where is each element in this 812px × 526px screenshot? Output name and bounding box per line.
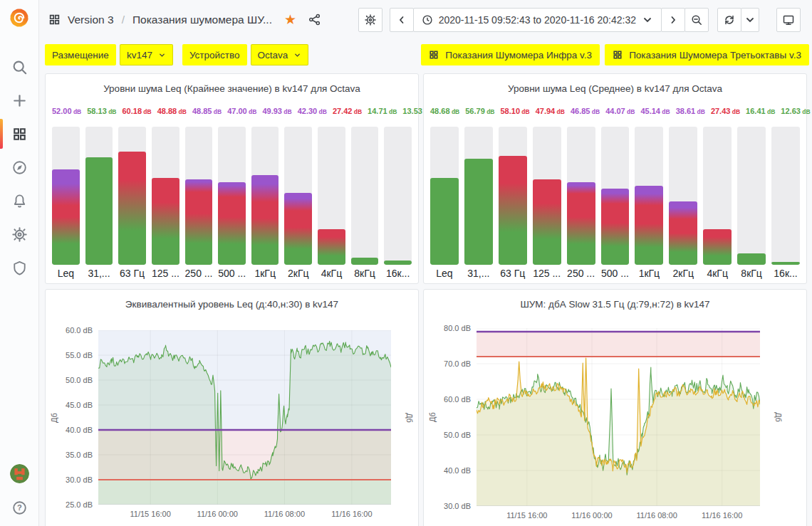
dashboard-link-infra[interactable]: Показания Шумомера Инфра v.3 bbox=[421, 44, 600, 65]
timeseries-chart: 60.0 dB55.0 dB50.0 dB45.0 dB40.0 dB35.0 … bbox=[46, 290, 418, 526]
variable-placement: Размещение kv147 bbox=[45, 44, 173, 65]
bar-value-unit: dB bbox=[317, 108, 327, 115]
panel-title[interactable]: Уровни шума Leq (Среднее) в kv147 для Oc… bbox=[424, 74, 806, 94]
bar-value: 46.85 dB bbox=[571, 107, 600, 115]
variable-value-text: kv147 bbox=[127, 50, 152, 61]
server-admin-shield-icon[interactable] bbox=[11, 260, 27, 275]
x-tick-label: 11/16 16:00 bbox=[690, 511, 754, 520]
y-tick-label: 40.0 dB bbox=[424, 465, 471, 475]
panel-title[interactable]: Уровни шума Leq (Крайнее значение) в kv1… bbox=[46, 74, 418, 94]
bar-value-unit: dB bbox=[352, 108, 362, 115]
bar-value-unit: dB bbox=[555, 108, 565, 115]
y-tick-label: 60.0 dB bbox=[46, 325, 93, 335]
help-icon[interactable]: ? bbox=[11, 500, 27, 515]
kiosk-mode-button[interactable] bbox=[776, 8, 801, 32]
bar-gauge-track bbox=[52, 127, 80, 265]
bar-value-unit: dB bbox=[212, 108, 222, 115]
bar-value-unit: dB bbox=[247, 108, 257, 115]
bar-value-unit: dB bbox=[387, 108, 397, 115]
bar-label: Leq bbox=[430, 268, 459, 279]
dashboards-icon[interactable] bbox=[11, 126, 27, 142]
bar-gauge-fill bbox=[771, 262, 800, 265]
bar-value-unit: dB bbox=[766, 108, 776, 115]
bar-gauge-track bbox=[351, 127, 379, 265]
y-tick-label: 25.0 dB bbox=[46, 500, 93, 510]
bar-value: 47.94 dB bbox=[536, 107, 565, 115]
variable-value-dropdown[interactable]: kv147 bbox=[120, 44, 173, 65]
bar-value-unit: dB bbox=[177, 108, 187, 115]
x-tick-label: 11/16 16:00 bbox=[320, 510, 384, 518]
explore-compass-icon[interactable] bbox=[11, 159, 27, 175]
bar-label: 63 Гц bbox=[499, 268, 527, 279]
share-icon[interactable] bbox=[308, 14, 321, 26]
x-tick-label: 11/15 16:00 bbox=[118, 510, 182, 518]
bar-value: 49.93 dB bbox=[262, 107, 291, 115]
alerting-bell-icon[interactable] bbox=[11, 193, 27, 209]
y-axis-label-left: Дб bbox=[50, 413, 58, 423]
breadcrumb-folder[interactable]: Version 3 bbox=[68, 14, 114, 26]
bar-value-unit: dB bbox=[72, 108, 82, 115]
time-shift-forward-button[interactable] bbox=[661, 8, 685, 32]
y-tick-label: 35.0 dB bbox=[46, 450, 93, 460]
y-tick-label: 50.0 dB bbox=[424, 430, 471, 440]
dashboard-title[interactable]: Показания шумомера ШУ... bbox=[132, 14, 272, 26]
panel-timeseries-leq: Эквивалентный уровень Leq (д:40,н:30) в … bbox=[45, 289, 419, 526]
y-tick-label: 70.0 dB bbox=[424, 359, 471, 369]
bar-labels-row: Leq31,...63 Гц125 ...250 ...500 ...1кГц2… bbox=[430, 268, 800, 279]
user-avatar[interactable] bbox=[10, 464, 29, 483]
bar-values-row: 48.68 dB56.79 dB58.10 dB47.94 dB46.85 dB… bbox=[430, 107, 800, 115]
timeseries-chart: 80.0 dB70.0 dB60.0 dB50.0 dB40.0 dB30.0 … bbox=[424, 290, 806, 526]
timeseries-plot[interactable] bbox=[477, 328, 760, 506]
bar-gauge-fill bbox=[85, 157, 113, 265]
bar-value: 44.07 dB bbox=[605, 107, 635, 115]
dashboard-grid-icon bbox=[613, 50, 623, 60]
bar-gauge-track bbox=[118, 127, 146, 265]
y-axis-label-right: Дб bbox=[405, 413, 414, 423]
bar-gauge-track bbox=[533, 127, 561, 265]
bar-gauges-row bbox=[430, 127, 800, 265]
bar-gauge-fill bbox=[635, 186, 663, 265]
bar-value: 56.79 dB bbox=[465, 107, 494, 115]
y-tick-label: 30.0 dB bbox=[46, 475, 93, 485]
bar-value: 48.85 dB bbox=[192, 107, 222, 115]
dashboard-settings-button[interactable] bbox=[358, 8, 382, 32]
bar-label: 63 Гц bbox=[118, 268, 146, 279]
zoom-out-button[interactable] bbox=[685, 8, 709, 32]
variable-device: Устройство Octava bbox=[182, 44, 308, 65]
dashboard-submenu: Размещение kv147 Устройство Octava Показ… bbox=[39, 41, 812, 69]
search-icon[interactable] bbox=[11, 59, 27, 75]
y-axis-label-left: Дб bbox=[428, 412, 437, 422]
bar-label: 250 ... bbox=[185, 268, 213, 279]
time-range-picker[interactable]: 2020-11-15 09:52:43 to 2020-11-16 20:42:… bbox=[413, 8, 662, 32]
bar-value-unit: dB bbox=[282, 108, 292, 115]
dashboard-link-label: Показания Шумомера Инфра v.3 bbox=[445, 50, 592, 61]
bar-gauge-track bbox=[284, 127, 312, 265]
bar-label: 31,... bbox=[464, 268, 493, 279]
add-icon[interactable] bbox=[11, 93, 27, 108]
configuration-gear-icon[interactable] bbox=[11, 226, 27, 242]
y-tick-label: 50.0 dB bbox=[46, 375, 93, 385]
bar-label: 8кГц bbox=[737, 268, 766, 279]
variable-value-dropdown[interactable]: Octava bbox=[251, 44, 309, 65]
bar-value: 27.42 dB bbox=[333, 107, 362, 115]
bar-gauge-fill bbox=[703, 229, 732, 265]
x-tick-label: 11/16 08:00 bbox=[625, 511, 689, 520]
bar-gauge-fill bbox=[499, 156, 527, 265]
dashboard-link-tretoktavy[interactable]: Показания Шумомера Третьоктавы v.3 bbox=[605, 44, 809, 65]
time-shift-back-button[interactable] bbox=[390, 8, 414, 32]
chevron-down-icon bbox=[158, 51, 166, 59]
bar-value: 45.14 dB bbox=[640, 107, 670, 115]
bar-gauge-fill bbox=[318, 229, 345, 265]
refresh-interval-dropdown[interactable] bbox=[741, 8, 759, 32]
star-icon[interactable]: ★ bbox=[284, 13, 296, 26]
sidebar: ? bbox=[0, 0, 39, 526]
y-tick-label: 40.0 dB bbox=[46, 425, 93, 435]
refresh-button[interactable] bbox=[717, 8, 741, 32]
x-tick-label: 11/15 16:00 bbox=[495, 511, 559, 520]
bar-value-unit: dB bbox=[590, 108, 600, 115]
bar-gauge-fill bbox=[533, 179, 561, 265]
timeseries-plot[interactable] bbox=[98, 330, 391, 505]
bar-gauge-track bbox=[318, 127, 345, 265]
grafana-logo-icon[interactable] bbox=[8, 6, 31, 29]
sidebar-bottom: ? bbox=[10, 464, 29, 526]
